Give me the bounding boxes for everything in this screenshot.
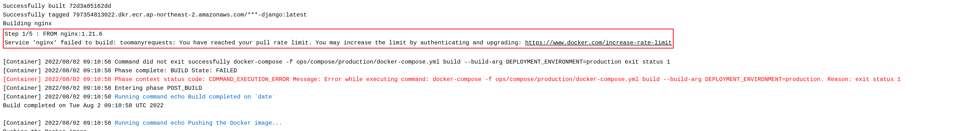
log-text: Command did not exit successfully docker… xyxy=(115,59,670,65)
log-line-phase-complete: [Container] 2022/08/02 09:10:58 Phase co… xyxy=(3,67,977,75)
running-command-text: Running command echo Pushing the Docker … xyxy=(115,120,282,126)
log-line-tagged: Successfully tagged 797354813022.dkr.ecr… xyxy=(3,11,977,19)
log-line-rate-limit-error: Service 'nginx' failed to build: toomany… xyxy=(5,38,672,47)
log-line-running-pushing: [Container] 2022/08/02 09:10:58 Running … xyxy=(3,119,977,128)
log-text: Phase complete: BUILD State: FAILED xyxy=(115,67,237,74)
log-text: Phase context status code: COMMAND_EXECU… xyxy=(115,76,901,83)
log-line-building-nginx: Building nginx xyxy=(3,19,977,28)
error-highlight-box: Step 1/5 : FROM nginx:1.21.6 Service 'ng… xyxy=(3,29,674,48)
blank-line xyxy=(3,110,977,119)
log-text: Entering phase POST_BUILD xyxy=(115,85,202,91)
container-timestamp: [Container] 2022/08/02 09:10:58 xyxy=(3,59,115,65)
log-line-built: Successfully built 72d3a85162dd xyxy=(3,2,977,11)
running-command-text: Running command echo Build completed on … xyxy=(115,94,275,100)
log-line-step-from: Step 1/5 : FROM nginx:1.21.6 xyxy=(5,30,672,38)
log-line-running-build-completed: [Container] 2022/08/02 09:10:58 Running … xyxy=(3,93,977,101)
log-line-command-exit: [Container] 2022/08/02 09:10:58 Command … xyxy=(3,58,977,67)
container-timestamp: [Container] 2022/08/02 09:10:58 xyxy=(3,67,115,74)
blank-line xyxy=(3,49,977,58)
container-timestamp: [Container] 2022/08/02 09:10:58 xyxy=(3,85,115,91)
log-line-build-completed-output: Build completed on Tue Aug 2 09:10:58 UT… xyxy=(3,101,977,110)
error-message-text: Service 'nginx' failed to build: toomany… xyxy=(5,40,525,46)
container-timestamp: [Container] 2022/08/02 09:10:58 xyxy=(3,76,115,83)
container-timestamp: [Container] 2022/08/02 09:10:58 xyxy=(3,120,115,126)
log-line-phase-context-error: [Container] 2022/08/02 09:10:58 Phase co… xyxy=(3,75,977,84)
container-timestamp: [Container] 2022/08/02 09:10:58 xyxy=(3,94,115,100)
log-line-pushing-output: Pushing the Docker image... xyxy=(3,128,977,131)
rate-limit-link[interactable]: https://www.docker.com/increase-rate-lim… xyxy=(525,40,672,46)
log-line-entering-phase: [Container] 2022/08/02 09:10:58 Entering… xyxy=(3,84,977,93)
